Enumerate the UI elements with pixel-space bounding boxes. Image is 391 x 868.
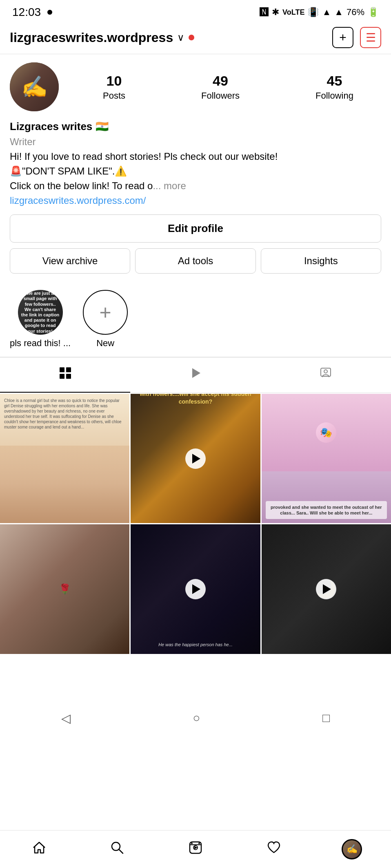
bio-text-3: Click on the below link! To read o... mo… [10,179,381,193]
svg-point-6 [324,370,327,373]
status-bar: 12:03 🅽 ✱ VoLTE 📳 ▲ ▲ 76% 🔋 [0,0,391,23]
post-item[interactable]: provoked and she wanted to meet the outc… [262,394,391,523]
bottom-nav: ✍ [0,830,391,868]
tab-bar [0,357,391,393]
home-button[interactable]: ○ [193,711,200,725]
add-post-button[interactable]: + [332,27,353,48]
avatar[interactable] [10,62,59,111]
following-stat[interactable]: 45 Following [315,73,353,101]
post-item[interactable]: 🌙 [262,524,391,654]
svg-line-8 [119,850,123,853]
reels-nav-icon [188,840,203,859]
posts-stat[interactable]: 10 Posts [103,73,125,101]
profile-avatar[interactable]: ✍ [342,839,362,859]
nfc-icon: 🅽 [260,7,269,18]
profile-buttons: Edit profile View archive Ad tools Insig… [10,214,381,274]
bio-category: Writer [10,135,381,149]
signal-icon: ▲ [334,7,343,18]
header-left[interactable]: lizgraceswrites.wordpress ∨ [10,30,194,45]
battery-text: 76% [347,7,364,18]
menu-button[interactable]: ☰ [360,27,381,48]
story-item-new[interactable]: + New [83,290,128,349]
chevron-down-icon[interactable]: ∨ [177,32,184,43]
followers-label: Followers [201,91,240,101]
tab-reels[interactable] [130,358,260,393]
back-button[interactable]: ◁ [61,711,71,725]
bio-text-1: Hi! If you love to read short stories! P… [10,149,381,164]
stories-section: we are just a small page with few follow… [0,286,391,357]
following-label: Following [315,91,353,101]
status-time: 12:03 [12,6,41,19]
play-triangle-icon-2 [192,584,200,594]
plus-icon: + [100,300,111,324]
profile-section: 10 Posts 49 Followers 45 Following Lizgr… [0,54,391,286]
ad-tools-button[interactable]: Ad tools [135,248,255,274]
bio: Lizgraces writes 🇮🇳 Writer Hi! If you lo… [10,119,381,208]
posts-count: 10 [107,73,122,89]
story-thumb[interactable]: we are just a small page with few follow… [18,290,63,335]
tab-grid[interactable] [0,358,130,393]
status-dot [47,10,52,15]
post-text: He is nervous to tell about his heart to… [131,394,260,411]
play-button-3[interactable] [316,579,336,599]
play-button[interactable] [185,448,206,469]
followers-count: 49 [213,73,228,89]
svg-rect-3 [66,374,71,379]
play-button-2[interactable] [185,579,206,599]
username-label: lizgraceswrites.wordpress [10,30,173,45]
home-icon [32,840,47,859]
profile-avatar-image: ✍ [347,844,358,855]
posts-grid: Chloe is a normal girl but she was so qu… [0,394,391,654]
view-archive-button[interactable]: View archive [10,248,130,274]
wifi-icon: ▲ [322,7,331,18]
status-icons: 🅽 ✱ VoLTE 📳 ▲ ▲ 76% 🔋 [260,7,379,18]
search-icon [110,840,124,859]
system-nav: ◁ ○ □ [0,703,391,729]
play-triangle-icon-3 [323,584,331,594]
posts-label: Posts [103,91,125,101]
header-icons: + ☰ [332,27,381,48]
hamburger-icon: ☰ [366,31,376,44]
plus-icon: + [339,31,347,44]
volte-icon: VoLTE [282,8,304,17]
post-item[interactable]: He is nervous to tell about his heart to… [131,394,260,523]
svg-rect-1 [66,367,71,372]
post-item[interactable]: Chloe is a normal girl but she was so qu… [0,394,129,523]
followers-stat[interactable]: 49 Followers [201,73,240,101]
tab-tagged[interactable] [261,358,391,393]
more-button[interactable]: ... more [153,180,186,191]
nav-reels[interactable] [183,837,208,861]
profile-top: 10 Posts 49 Followers 45 Following [10,62,381,111]
reels-icon [189,367,202,383]
insights-button[interactable]: Insights [261,248,381,274]
play-triangle-icon [192,454,200,464]
following-count: 45 [327,73,342,89]
vibrate-icon: 📳 [308,7,319,18]
story-thumb-image: we are just a small page with few follow… [18,290,63,335]
post-item[interactable]: He was the happiest person has he... [131,524,260,654]
story-item-existing[interactable]: we are just a small page with few follow… [10,290,71,349]
nav-home[interactable] [27,837,51,861]
post-item[interactable]: 🌹 [0,524,129,654]
nav-heart[interactable] [262,837,286,861]
heart-icon [267,840,281,859]
edit-profile-button[interactable]: Edit profile [10,214,381,243]
bio-text-2: 🚨"DON'T SPAM LIKE".⚠️ [10,164,381,179]
nav-search[interactable] [105,837,129,861]
svg-point-7 [112,842,120,850]
header: lizgraceswrites.wordpress ∨ + ☰ [0,23,391,54]
new-story-button[interactable]: + [83,290,128,335]
bluetooth-icon: ✱ [272,7,279,18]
story-label: pls read this! ... [10,338,71,349]
nav-profile[interactable]: ✍ [340,837,364,861]
svg-rect-0 [60,367,64,372]
recents-button[interactable]: □ [322,711,330,725]
svg-point-13 [198,842,200,844]
status-left: 12:03 [12,6,52,19]
svg-point-12 [191,842,193,844]
svg-marker-4 [192,368,200,378]
bio-link[interactable]: lizgraceswrites.wordpress.com/ [10,195,146,206]
new-story-label: New [96,338,114,349]
bio-text-3-content: Click on the below link! To read o [10,180,153,191]
stats-container: 10 Posts 49 Followers 45 Following [75,73,381,101]
